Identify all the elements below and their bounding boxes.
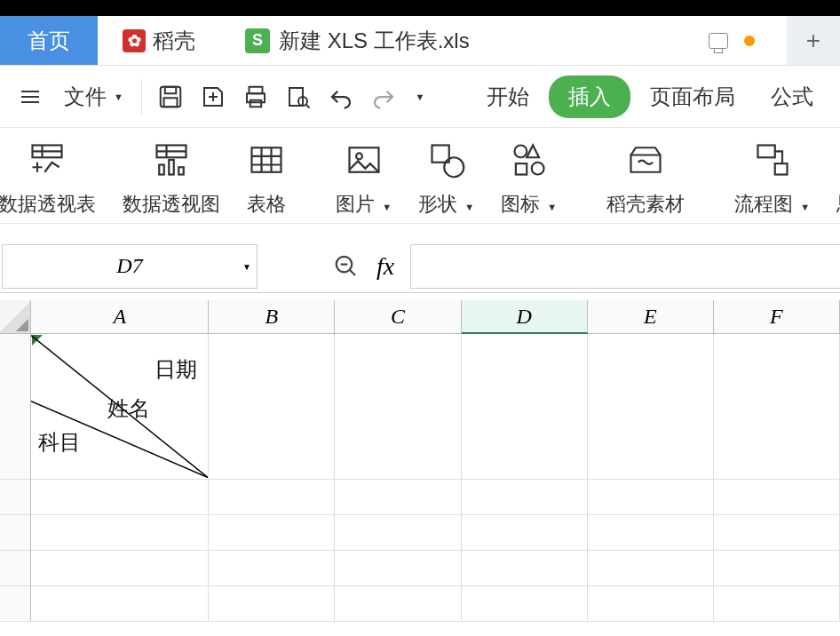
- col-header-F[interactable]: F: [714, 300, 840, 334]
- formula-input[interactable]: [410, 244, 840, 289]
- save-button[interactable]: [151, 83, 190, 110]
- tab-current-file[interactable]: S 新建 XLS 工作表.xls: [220, 16, 495, 65]
- pivot-chart-icon: [152, 140, 191, 179]
- ribbon-table[interactable]: 表格: [245, 140, 288, 218]
- svg-rect-19: [515, 163, 526, 174]
- ribbon-label: 思维: [836, 191, 840, 218]
- table-row: [0, 586, 840, 622]
- row-header-1[interactable]: [0, 334, 31, 480]
- row-header-3[interactable]: [0, 515, 31, 551]
- ribbon-label: 形状 ▼: [418, 191, 474, 218]
- col-header-C[interactable]: C: [335, 300, 461, 334]
- cell[interactable]: [335, 334, 461, 480]
- cell[interactable]: [588, 334, 714, 480]
- fx-label[interactable]: fx: [376, 252, 394, 281]
- svg-rect-13: [252, 147, 281, 172]
- cell[interactable]: [462, 551, 588, 586]
- cell[interactable]: [31, 515, 209, 551]
- tab-docer[interactable]: ✿ 稻壳: [98, 16, 220, 65]
- tab-file-label: 新建 XLS 工作表.xls: [279, 27, 470, 55]
- status-dot-icon[interactable]: [744, 36, 755, 46]
- ribbon-pivot-table[interactable]: 数据透视表: [0, 140, 98, 218]
- tab-home[interactable]: 首页: [0, 16, 98, 65]
- cell[interactable]: [714, 480, 840, 515]
- projector-icon[interactable]: [709, 33, 728, 49]
- col-header-D[interactable]: D: [462, 300, 588, 334]
- title-bar-top: [0, 0, 840, 16]
- zoom-find-button[interactable]: [327, 253, 366, 280]
- ribbon-flowchart[interactable]: 流程图 ▼: [733, 140, 812, 218]
- mindmap-icon: [836, 140, 840, 179]
- print-preview-button[interactable]: [279, 83, 318, 110]
- menu-formula[interactable]: 公式: [755, 76, 829, 118]
- menu-start[interactable]: 开始: [471, 76, 545, 118]
- cell[interactable]: [462, 515, 588, 551]
- row-header-2[interactable]: [0, 480, 31, 515]
- save-as-button[interactable]: [194, 83, 233, 110]
- cell[interactable]: [209, 480, 335, 515]
- file-menu-button[interactable]: 文件 ▼: [55, 77, 132, 116]
- row-header-4[interactable]: [0, 551, 31, 586]
- header-date-label: 日期: [155, 355, 197, 384]
- col-header-E[interactable]: E: [588, 300, 714, 334]
- ribbon-icons[interactable]: 图标 ▼: [499, 140, 559, 218]
- cell[interactable]: [209, 334, 335, 480]
- col-header-A[interactable]: A: [31, 300, 209, 334]
- cell[interactable]: [588, 551, 714, 586]
- spreadsheet-icon: S: [245, 28, 270, 53]
- ribbon-insert: 数据透视表 数据透视图 表格 图片 ▼ 形状 ▼ 图标 ▼ 稻壳: [0, 128, 840, 224]
- cell[interactable]: [335, 480, 461, 515]
- cell[interactable]: [31, 551, 209, 586]
- cell[interactable]: [588, 480, 714, 515]
- cell[interactable]: [335, 586, 461, 622]
- redo-button[interactable]: [364, 83, 403, 110]
- cell[interactable]: [714, 586, 840, 622]
- undo-button[interactable]: [321, 83, 361, 110]
- cell[interactable]: [714, 334, 840, 480]
- menu-page-layout[interactable]: 页面布局: [634, 76, 751, 118]
- cell[interactable]: [335, 551, 461, 586]
- cell[interactable]: [714, 551, 840, 586]
- ribbon-label: 表格: [247, 191, 286, 218]
- row-header-5[interactable]: [0, 586, 31, 622]
- menu-button[interactable]: [9, 82, 52, 112]
- table-row: [0, 551, 840, 586]
- icons-icon: [510, 140, 549, 179]
- cell[interactable]: [209, 586, 335, 622]
- cell[interactable]: [31, 586, 209, 622]
- cell[interactable]: [209, 551, 335, 586]
- cell[interactable]: [462, 334, 588, 480]
- cell[interactable]: [335, 515, 461, 551]
- table-row: [0, 480, 840, 515]
- ribbon-mindmap[interactable]: 思维: [835, 140, 840, 218]
- svg-rect-21: [757, 146, 774, 158]
- ribbon-shapes[interactable]: 形状 ▼: [416, 140, 476, 218]
- menu-insert[interactable]: 插入: [549, 76, 630, 118]
- cell[interactable]: [31, 480, 209, 515]
- cell[interactable]: [714, 515, 840, 551]
- chevron-down-icon: ▼: [415, 91, 424, 102]
- col-header-B[interactable]: B: [209, 300, 335, 334]
- new-tab-button[interactable]: +: [787, 16, 840, 65]
- cell[interactable]: [209, 515, 335, 551]
- cell[interactable]: [588, 515, 714, 551]
- ribbon-pivot-chart[interactable]: 数据透视图: [121, 140, 222, 218]
- svg-point-17: [444, 157, 464, 177]
- chevron-down-icon[interactable]: ▼: [242, 261, 251, 271]
- separator: [141, 79, 142, 115]
- ribbon-picture[interactable]: 图片 ▼: [334, 140, 393, 218]
- cell[interactable]: [588, 586, 714, 622]
- cell[interactable]: [462, 480, 588, 515]
- select-all-corner[interactable]: [0, 300, 31, 334]
- ribbon-label: 数据透视图: [123, 191, 220, 218]
- quick-access-dropdown[interactable]: ▼: [407, 91, 432, 102]
- name-box[interactable]: D7 ▼: [2, 244, 258, 289]
- table-row: [0, 515, 840, 551]
- cell[interactable]: [462, 586, 588, 622]
- svg-point-15: [356, 153, 362, 159]
- chevron-down-icon: ▼: [114, 91, 123, 102]
- cell-A1[interactable]: 日期 姓名 科目: [31, 334, 209, 480]
- print-button[interactable]: [236, 83, 275, 110]
- ribbon-docer-material[interactable]: 稻壳素材: [605, 140, 686, 218]
- shapes-icon: [427, 140, 466, 179]
